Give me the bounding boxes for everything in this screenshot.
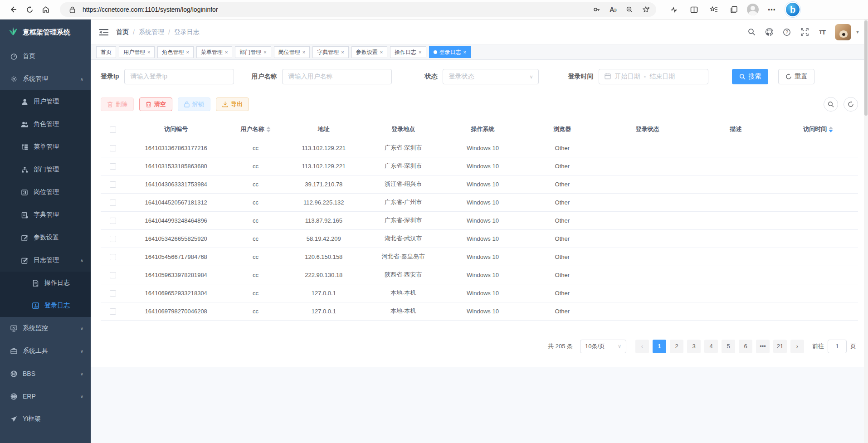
sidebar-item-ERP[interactable]: ERP∨	[0, 385, 91, 408]
password-key-icon[interactable]	[591, 4, 603, 15]
page-button-1[interactable]: 1	[653, 340, 666, 353]
page-button-4[interactable]: 4	[704, 340, 718, 353]
sidebar-item-首页[interactable]: 首页	[0, 45, 91, 68]
show-search-icon-button[interactable]	[824, 97, 838, 112]
zoom-out-icon[interactable]	[624, 4, 635, 15]
row-checkbox[interactable]	[110, 236, 116, 242]
github-icon[interactable]	[764, 27, 774, 37]
address-bar[interactable]: https://ccnetcore.com:1101/system/log/lo…	[60, 2, 656, 17]
tab-登录日志[interactable]: 登录日志×	[429, 46, 471, 58]
close-tab-icon[interactable]: ×	[380, 49, 383, 55]
favorites-bar-icon[interactable]	[707, 3, 721, 16]
status-select[interactable]: 登录状态 ∨	[443, 69, 539, 84]
username-input[interactable]: 请输入用户名称	[282, 69, 392, 84]
sidebar-item-登录日志[interactable]: 登录日志	[0, 294, 91, 317]
search-button[interactable]: 搜索	[732, 69, 768, 84]
breadcrumb-home[interactable]: 首页	[116, 28, 129, 36]
sidebar-item-系统监控[interactable]: 系统监控∨	[0, 317, 91, 340]
unlock-button[interactable]: 解锁	[178, 97, 210, 111]
sidebar-item-角色管理[interactable]: 角色管理	[0, 113, 91, 136]
collapse-sidebar-icon[interactable]	[98, 26, 110, 38]
bing-logo-icon[interactable]: b	[785, 2, 800, 17]
date-range-picker[interactable]: 开始日期 - 结束日期	[599, 69, 708, 84]
tab-字典管理[interactable]: 字典管理×	[312, 46, 348, 58]
sidebar-item-操作日志[interactable]: 操作日志	[0, 272, 91, 294]
close-tab-icon[interactable]: ×	[186, 49, 189, 55]
sidebar-item-系统管理[interactable]: 系统管理∧	[0, 68, 91, 90]
goto-page-input[interactable]: 1	[828, 340, 847, 353]
page-size-select[interactable]: 10条/页 ∨	[580, 340, 626, 353]
breadcrumb-system[interactable]: 系统管理	[139, 28, 164, 36]
page-button-21[interactable]: 21	[773, 340, 787, 353]
browser-menu-icon[interactable]: ⋯	[765, 3, 779, 16]
refresh-table-button[interactable]	[844, 97, 858, 112]
tab-部门管理[interactable]: 部门管理×	[235, 46, 271, 58]
clear-button[interactable]: 清空	[139, 97, 172, 111]
sidebar-item-日志管理[interactable]: 日志管理∧	[0, 249, 91, 272]
page-button-2[interactable]: 2	[670, 340, 683, 353]
next-page-button[interactable]: ›	[790, 340, 804, 353]
row-checkbox[interactable]	[110, 254, 116, 260]
browser-profile-avatar[interactable]	[747, 4, 759, 15]
avatar-caret-icon[interactable]: ▼	[855, 29, 860, 34]
row-checkbox[interactable]	[110, 218, 116, 224]
user-avatar[interactable]	[835, 24, 851, 40]
ip-input[interactable]: 请输入登录Ip	[124, 69, 234, 84]
export-button[interactable]: 导出	[216, 97, 249, 111]
close-tab-icon[interactable]: ×	[341, 49, 344, 55]
fullscreen-icon[interactable]	[800, 27, 809, 37]
sidebar-item-参数设置[interactable]: 参数设置	[0, 226, 91, 249]
browser-back-icon[interactable]	[6, 3, 20, 16]
split-screen-icon[interactable]	[687, 3, 701, 16]
row-checkbox[interactable]	[110, 163, 116, 170]
col-username[interactable]: 用户名称	[227, 120, 284, 139]
row-checkbox[interactable]	[110, 145, 116, 151]
sidebar-item-菜单管理[interactable]: 菜单管理	[0, 136, 91, 158]
row-checkbox[interactable]	[110, 290, 116, 297]
page-scrollbar[interactable]	[864, 19, 868, 443]
font-size-icon[interactable]: TT	[817, 27, 827, 37]
header-search-icon[interactable]	[746, 27, 756, 37]
sidebar-item-Yi框架[interactable]: Yi框架	[0, 408, 91, 430]
browser-home-icon[interactable]	[39, 3, 53, 16]
browser-refresh-icon[interactable]	[23, 3, 36, 16]
close-tab-icon[interactable]: ×	[225, 49, 228, 55]
browser-essentials-icon[interactable]	[667, 3, 681, 16]
reset-button[interactable]: 重置	[778, 69, 814, 84]
sidebar-item-字典管理[interactable]: 字典管理	[0, 204, 91, 226]
tab-角色管理[interactable]: 角色管理×	[157, 46, 193, 58]
sidebar-item-部门管理[interactable]: 部门管理	[0, 158, 91, 181]
read-aloud-icon[interactable]: A))	[607, 4, 619, 15]
collections-icon[interactable]	[727, 3, 741, 16]
page-button-6[interactable]: 6	[739, 340, 752, 353]
close-tab-icon[interactable]: ×	[147, 49, 150, 55]
sidebar-item-系统工具[interactable]: 系统工具∨	[0, 340, 91, 362]
url-text[interactable]: https://ccnetcore.com:1101/system/log/lo…	[83, 6, 586, 13]
help-icon[interactable]: ?	[782, 27, 792, 37]
close-tab-icon[interactable]: ×	[302, 49, 305, 55]
tab-菜单管理[interactable]: 菜单管理×	[196, 46, 232, 58]
tab-用户管理[interactable]: 用户管理×	[119, 46, 155, 58]
add-favorite-icon[interactable]	[640, 4, 652, 15]
page-button-5[interactable]: 5	[722, 340, 735, 353]
tab-首页[interactable]: 首页	[96, 46, 116, 58]
sidebar-item-用户管理[interactable]: 用户管理	[0, 90, 91, 113]
tab-操作日志[interactable]: 操作日志×	[390, 46, 426, 58]
close-tab-icon[interactable]: ×	[263, 49, 266, 55]
close-tab-icon[interactable]: ×	[419, 49, 421, 55]
select-all-checkbox[interactable]	[110, 127, 116, 133]
col-visit-time[interactable]: 访问时间	[779, 120, 858, 139]
more-pages-button[interactable]: •••	[756, 340, 770, 353]
page-button-3[interactable]: 3	[687, 340, 701, 353]
sidebar-item-岗位管理[interactable]: 岗位管理	[0, 181, 91, 204]
tab-参数设置[interactable]: 参数设置×	[351, 46, 387, 58]
app-logo[interactable]: 意框架管理系统	[0, 19, 91, 45]
close-tab-icon[interactable]: ×	[463, 49, 466, 55]
row-checkbox[interactable]	[110, 181, 116, 188]
row-checkbox[interactable]	[110, 200, 116, 206]
sidebar-item-BBS[interactable]: BBS∨	[0, 362, 91, 385]
prev-page-button[interactable]: ‹	[635, 340, 649, 353]
row-checkbox[interactable]	[110, 272, 116, 278]
row-checkbox[interactable]	[110, 308, 116, 315]
tab-岗位管理[interactable]: 岗位管理×	[274, 46, 310, 58]
